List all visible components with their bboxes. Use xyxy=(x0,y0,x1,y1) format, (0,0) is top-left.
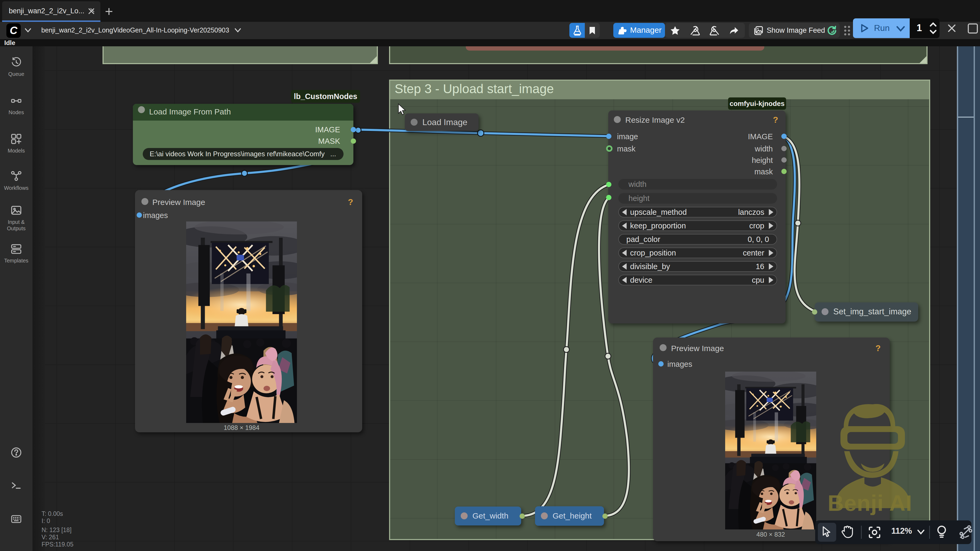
svg-text:Benji AI: Benji AI xyxy=(828,491,912,515)
